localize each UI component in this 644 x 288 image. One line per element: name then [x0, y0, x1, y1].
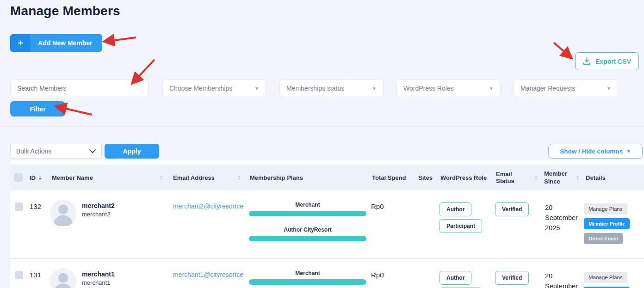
show-hide-columns-label: Show / Hide columns	[560, 148, 623, 155]
membership-plan: Merchant	[249, 270, 366, 285]
membership-plan: Merchant	[249, 202, 366, 216]
header-wordpress-role: WordPress Role	[439, 165, 494, 190]
header-member-name[interactable]: Member Name ▲▼	[50, 165, 167, 190]
avatar	[50, 268, 76, 288]
wordpress-role-cell: Author Participant	[439, 259, 494, 288]
member-email-link[interactable]: merchant1@cityresortce	[167, 259, 245, 288]
sites-cell	[416, 259, 439, 288]
add-new-member-button[interactable]: + Add New Member	[10, 34, 102, 52]
arrow-add-member	[104, 37, 136, 42]
memberships-status-dropdown[interactable]: Memberships status ▼	[279, 80, 384, 97]
sort-icon[interactable]: ▲▼	[38, 175, 42, 180]
plan-progress-bar	[249, 279, 366, 285]
row-checkbox[interactable]	[15, 202, 23, 211]
triangle-down-icon: ▼	[626, 149, 631, 154]
sort-icon[interactable]: ▲▼	[576, 175, 579, 180]
member-since: 20 September 2025	[542, 259, 584, 288]
select-all-checkbox[interactable]	[14, 173, 23, 182]
plus-icon: +	[10, 34, 31, 52]
details-cell: Manage Plans Member Profile	[584, 259, 644, 288]
header-id[interactable]: ID ▲▼	[28, 165, 50, 190]
row-checkbox[interactable]	[15, 271, 23, 279]
plan-progress-bar	[249, 211, 366, 216]
choose-memberships-dropdown[interactable]: Choose Memberships ▼	[162, 80, 266, 97]
manager-requests-dropdown[interactable]: Manager Requests ▼	[514, 80, 618, 97]
role-badge: Author	[440, 202, 471, 216]
wordpress-roles-dropdown[interactable]: WordPress Roles ▼	[396, 80, 501, 97]
email-status-cell: Verified	[494, 259, 542, 288]
chevron-down-icon	[89, 149, 96, 153]
member-profile-button[interactable]: Member Profile	[584, 218, 630, 229]
chevron-down-icon: ▼	[254, 86, 259, 91]
header-email-status[interactable]: Email Status ▲▼	[494, 165, 542, 190]
choose-memberships-label: Choose Memberships	[169, 85, 232, 92]
role-badge: Participant	[440, 219, 482, 233]
arrow-export-csv	[554, 43, 572, 58]
member-name: merchant1	[82, 270, 115, 278]
header-details: Details	[584, 165, 644, 190]
header-sites: Sites	[416, 165, 439, 190]
sort-icon[interactable]: ▲▼	[534, 175, 538, 180]
bulk-actions-value: Bulk Actions	[16, 147, 51, 155]
export-csv-label: Export CSV	[595, 58, 631, 65]
bulk-actions-select[interactable]: Bulk Actions	[10, 144, 102, 159]
download-icon	[583, 57, 591, 65]
members-table: ID ▲▼ Member Name ▲▼ Email Address ▲▼ Me…	[10, 160, 644, 288]
wordpress-roles-label: WordPress Roles	[403, 85, 454, 92]
sites-cell	[416, 190, 439, 258]
plan-progress-bar	[249, 236, 366, 241]
member-username: merchant2	[82, 211, 115, 218]
member-email-link[interactable]: merchant2@cityresortce	[167, 190, 245, 258]
member-id: 131	[28, 259, 50, 288]
memberships-status-label: Memberships status	[286, 85, 344, 92]
add-new-member-label: Add New Member	[31, 39, 102, 47]
direct-email-button[interactable]: Direct Email	[584, 233, 623, 244]
chevron-down-icon: ▼	[489, 86, 494, 91]
membership-plan: Author CityResort	[249, 227, 366, 241]
apply-button[interactable]: Apply	[105, 144, 159, 159]
header-member-since[interactable]: Member Since ▲▼	[542, 165, 584, 190]
chevron-down-icon: ▼	[607, 86, 611, 91]
header-total-spend: Total Spend	[370, 165, 416, 190]
manage-plans-button[interactable]: Manage Plans	[584, 203, 627, 214]
membership-plans-cell: Merchant Author CityResort	[245, 190, 370, 258]
total-spend: Rp0	[370, 190, 416, 258]
details-cell: Manage Plans Member Profile Direct Email	[584, 190, 644, 258]
member-username: merchant1	[82, 279, 115, 286]
membership-plans-cell: Merchant	[245, 259, 370, 288]
role-badge: Author	[440, 271, 471, 285]
section-divider	[0, 126, 644, 127]
header-membership-plans: Membership Plans	[245, 165, 370, 190]
chevron-down-icon: ▼	[372, 86, 377, 91]
table-row: 131 merchant1 merchant1 merchant1@cityre…	[10, 259, 644, 288]
total-spend: Rp0	[370, 259, 416, 288]
table-header-row: ID ▲▼ Member Name ▲▼ Email Address ▲▼ Me…	[10, 165, 644, 190]
header-email-address[interactable]: Email Address ▲▼	[167, 165, 245, 190]
show-hide-columns-button[interactable]: Show / Hide columns ▼	[548, 144, 643, 159]
table-row: 132 merchant2 merchant2 merchant2@cityre…	[10, 190, 644, 259]
verified-badge: Verified	[495, 271, 529, 285]
member-since: 20 September 2025	[542, 190, 584, 258]
manager-requests-label: Manager Requests	[520, 85, 575, 92]
email-status-cell: Verified	[494, 190, 542, 258]
manage-plans-button[interactable]: Manage Plans	[584, 272, 627, 283]
verified-badge: Verified	[495, 202, 529, 216]
member-id: 132	[28, 190, 50, 258]
sort-icon[interactable]: ▲▼	[237, 175, 241, 180]
avatar	[50, 200, 76, 226]
member-name: merchant2	[82, 202, 115, 209]
filter-button[interactable]: Filter	[10, 101, 65, 116]
search-members-input[interactable]	[10, 80, 149, 97]
export-csv-button[interactable]: Export CSV	[575, 52, 639, 70]
page-title: Manage Members	[10, 4, 120, 18]
wordpress-role-cell: Author Participant	[439, 190, 494, 258]
sort-icon[interactable]: ▲▼	[160, 175, 163, 180]
